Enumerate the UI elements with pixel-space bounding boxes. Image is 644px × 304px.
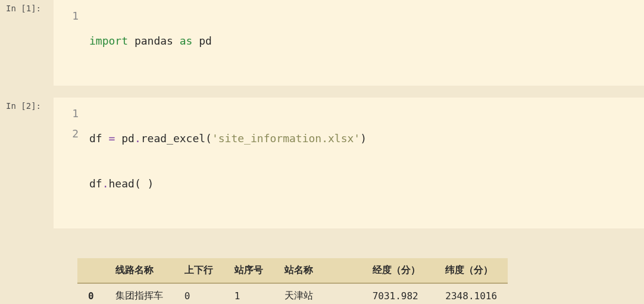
table-col-header: 站名称 <box>274 258 362 283</box>
table-header-row: 线路名称 上下行 站序号 站名称 经度（分） 纬度（分） <box>77 258 508 283</box>
token-rparen: ) <box>360 132 367 145</box>
line-gutter: 1 2 <box>54 104 89 219</box>
code-line[interactable]: df = pd.read_excel('site_information.xls… <box>89 129 644 149</box>
table-cell: 7031.982 <box>362 283 435 304</box>
input-prompt: In [1]: <box>0 0 54 17</box>
table-col-header: 纬度（分） <box>434 258 508 283</box>
code-content[interactable]: df = pd.read_excel('site_information.xls… <box>89 104 644 219</box>
code-cell: In [2]: 1 2 df = pd.read_excel('site_inf… <box>0 98 644 228</box>
keyword-import: import <box>89 35 128 47</box>
code-input-area[interactable]: 1 2 df = pd.read_excel('site_information… <box>54 98 644 228</box>
output-cell: 线路名称 上下行 站序号 站名称 经度（分） 纬度（分） 0 集团指挥车 0 1… <box>0 228 644 304</box>
cell-separator <box>0 86 644 98</box>
token-lparen: ( <box>205 132 212 145</box>
output-prompt-area <box>0 228 54 304</box>
keyword-as: as <box>180 35 193 47</box>
table-col-header: 线路名称 <box>105 258 174 283</box>
line-number: 1 <box>54 6 79 26</box>
token-read-excel: read_excel <box>141 132 205 145</box>
token-call: ( ) <box>135 177 154 190</box>
prompt-area: In [2]: <box>0 98 54 114</box>
table-col-header: 站序号 <box>224 258 274 283</box>
token-equals: = <box>109 132 115 145</box>
table-row-index: 0 <box>77 283 105 304</box>
dataframe-table: 线路名称 上下行 站序号 站名称 经度（分） 纬度（分） 0 集团指挥车 0 1… <box>77 258 508 304</box>
line-number: 2 <box>54 124 79 144</box>
token-pd: pd <box>199 35 212 47</box>
table-col-header: 上下行 <box>174 258 224 283</box>
line-gutter: 1 <box>54 6 89 76</box>
token-head: head <box>109 177 135 190</box>
prompt-area: In [1]: <box>0 0 54 17</box>
table-index-header <box>77 258 105 283</box>
token-dot: . <box>102 177 109 190</box>
line-number: 1 <box>54 104 79 124</box>
token-df: df <box>89 132 109 145</box>
table-cell: 天津站 <box>274 283 362 304</box>
token-pd: pd <box>115 132 135 145</box>
output-area: 线路名称 上下行 站序号 站名称 经度（分） 纬度（分） 0 集团指挥车 0 1… <box>54 228 644 304</box>
table-cell: 1 <box>224 283 274 304</box>
token-dot: . <box>135 132 141 145</box>
token-df: df <box>89 177 102 190</box>
table-cell: 0 <box>174 283 224 304</box>
input-prompt: In [2]: <box>0 98 54 114</box>
code-line[interactable]: df.head( ) <box>89 174 644 194</box>
table-col-header: 经度（分） <box>362 258 435 283</box>
code-content[interactable]: import pandas as pd <box>89 6 644 76</box>
code-input-area[interactable]: 1 import pandas as pd <box>54 0 644 86</box>
table-cell: 集团指挥车 <box>105 283 174 304</box>
token-pandas: pandas <box>135 35 173 47</box>
table-cell: 2348.1016 <box>434 283 508 304</box>
code-cell: In [1]: 1 import pandas as pd <box>0 0 644 86</box>
table-row: 0 集团指挥车 0 1 天津站 7031.982 2348.1016 <box>77 283 508 304</box>
code-line[interactable]: import pandas as pd <box>89 31 644 51</box>
token-string: 'site_information.xlsx' <box>212 132 360 145</box>
